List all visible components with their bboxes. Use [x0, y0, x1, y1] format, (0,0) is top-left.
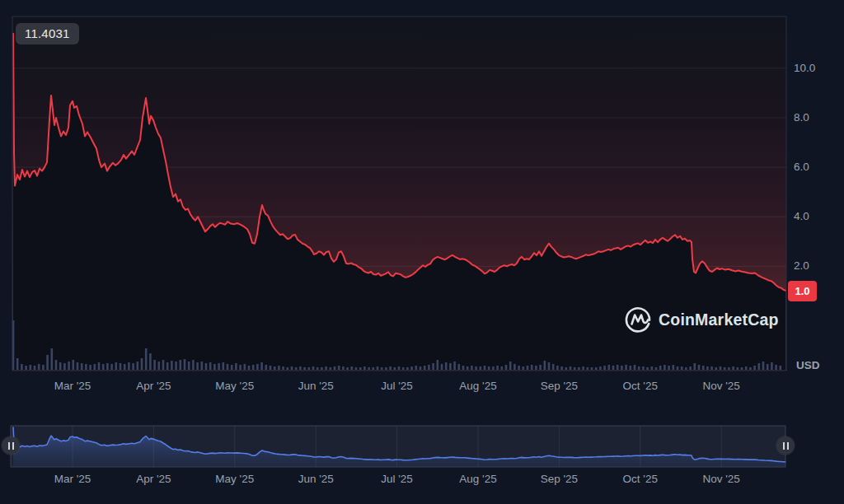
- x-axis-month-label: Sep '25: [522, 473, 596, 486]
- x-axis-month-label: Aug '25: [441, 473, 515, 486]
- x-axis-month-label: Nov '25: [684, 473, 758, 486]
- coinmarketcap-logo-icon: [623, 305, 653, 334]
- y-axis-tick-label: 8.0: [794, 110, 832, 125]
- x-axis-month-label: Apr '25: [116, 473, 190, 486]
- navigator-selected-region[interactable]: [11, 426, 785, 467]
- x-axis-month-label: Oct '25: [603, 473, 678, 486]
- x-axis-month-label: Sep '25: [522, 380, 596, 393]
- y-axis-tick-label: 10.0: [794, 61, 832, 76]
- x-axis-month-label: Aug '25: [441, 380, 515, 393]
- x-axis-month-label: May '25: [198, 473, 272, 486]
- x-axis-month-label: Jul '25: [360, 473, 434, 486]
- navigator-right-handle[interactable]: [776, 436, 795, 455]
- max-price-label: 11.4031: [16, 23, 79, 44]
- x-axis-month-label: Nov '25: [684, 380, 758, 393]
- x-axis-month-label: Apr '25: [116, 380, 190, 393]
- current-price-badge: 1.0: [788, 281, 817, 301]
- x-axis-month-label: May '25: [198, 380, 272, 393]
- x-axis-month-label: Jul '25: [360, 380, 434, 393]
- navigator-left-handle[interactable]: [2, 436, 20, 455]
- currency-unit-label: USD: [796, 359, 834, 371]
- x-axis-month-label: Oct '25: [603, 380, 678, 393]
- y-axis-tick-label: 2.0: [794, 259, 832, 273]
- y-axis-tick-label: 6.0: [794, 160, 832, 175]
- x-axis-month-label: Mar '25: [35, 380, 110, 393]
- x-axis-month-label: Jun '25: [279, 473, 353, 486]
- coinmarketcap-price-chart: 11.4031 10.08.06.04.02.0 1.0 USD Mar '25…: [0, 0, 844, 504]
- coinmarketcap-logo: CoinMarketCap: [623, 305, 779, 334]
- logo-text: CoinMarketCap: [659, 310, 779, 329]
- x-axis-month-label: Jun '25: [279, 380, 353, 393]
- x-axis-month-label: Mar '25: [35, 473, 110, 486]
- y-axis-tick-label: 4.0: [794, 209, 832, 224]
